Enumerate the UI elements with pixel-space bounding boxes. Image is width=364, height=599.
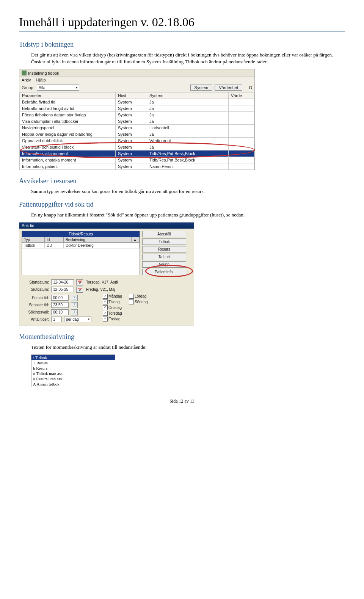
list-item[interactable]: o Tidbok utan ass. [31,371,115,376]
day-checkbox-lördag[interactable]: Lördag [129,294,147,299]
grupp-dropdown[interactable]: Alla [37,85,79,91]
menu-hjalp[interactable]: Hjälp [36,78,46,82]
cell: System [116,125,147,131]
day-checkbox-onsdag[interactable]: ✓Onsdag [103,305,122,310]
cell: Första tidbokens datum styr övriga [20,112,116,118]
side-button-tidbok[interactable]: Tidbok [142,238,186,245]
startdatum-day: Torsdag, V17, April [85,280,119,284]
cell [228,151,254,157]
list-item[interactable]: o Resurs utan ass. [31,376,115,381]
cell [228,131,254,138]
clock-icon[interactable]: 🕐 [71,302,78,308]
table-row[interactable]: Information, enstaka momentSystemTidb/Re… [20,157,254,163]
row-typ[interactable]: Tidbok [22,243,45,248]
sokintervall-input[interactable]: 00:10 [51,309,69,315]
menu-arkiv[interactable]: Arkiv [22,78,31,82]
side-button-terstll[interactable]: Återställ [142,231,186,237]
cell: Vårdjournal [147,138,229,144]
cell: Hoppa över lediga dagar vid bläddring [20,131,116,138]
forsta-tid-input[interactable]: 00:00 [51,295,69,301]
list-item[interactable]: A Annan tidbok [31,381,115,387]
col-parameter[interactable]: Parameter [20,93,116,99]
col-värde[interactable]: Värde [228,93,254,99]
cell [228,118,254,125]
col-o: O [245,85,252,90]
clock-icon[interactable]: 🕐 [71,309,78,315]
checkbox-icon[interactable] [129,300,134,304]
list-item[interactable]: / Tidbok [31,355,115,360]
cell: Ja [147,144,229,151]
cell: Visa datumpilar i alla tidböcker [20,118,116,125]
table-row[interactable]: NavigeringspanelSystemHorisontell [20,125,254,131]
col-id[interactable]: Id [45,237,64,243]
toolbar: Grupp: Alla System Vårdenhet O [19,83,254,92]
checkbox-icon[interactable]: ✓ [103,294,108,299]
table-row[interactable]: Hoppa över lediga dagar vid bläddringSys… [20,131,254,138]
section-momentbeskrivning-body: Texten för momentbeskrivning är ändrat t… [31,344,345,351]
checkbox-icon[interactable]: ✓ [103,300,108,304]
row-id[interactable]: DD [45,243,64,248]
list-item[interactable]: + Resurs [31,360,115,365]
cell: System [116,151,147,157]
grupp-label: Grupp: [22,85,35,90]
antal-unit-dropdown[interactable]: per dag [64,317,91,322]
calendar-icon[interactable]: 📅 [76,279,83,285]
table-row[interactable]: Visa start- och sluttid i blockSystemJa [20,144,254,151]
clock-icon[interactable]: 🕐 [71,295,78,301]
cell [228,163,254,170]
list-header: Tidbok/Resurs [22,231,140,237]
side-button-resurs[interactable]: Resurs [142,246,186,252]
day-checkbox-fredag[interactable]: ✓Fredag [103,317,122,321]
side-button-grupp[interactable]: Grupp [142,261,186,268]
calendar-icon[interactable]: 📅 [76,287,83,293]
antal-tider-input[interactable]: 1 [51,317,62,322]
table-row[interactable]: Öppna vid dubbelklickSystemVårdjournal [20,138,254,144]
system-button[interactable]: System [190,85,213,91]
table-row[interactable]: Första tidbokens datum styr övrigaSystem… [20,112,254,118]
list-item[interactable]: h Resurs [31,365,115,371]
table-row[interactable]: Bekräfta flyttad tidSystemJa [20,99,254,105]
checkbox-icon[interactable] [129,294,134,299]
startdatum-input[interactable]: 12-04-26 [51,279,74,285]
checkbox-icon[interactable]: ✓ [103,317,108,321]
table-row[interactable]: Information, alla momentSystemTidb/Res,P… [20,151,254,157]
vardenhet-button[interactable]: Vårdenhet [215,85,242,91]
slutdatum-input[interactable]: 12-05-25 [51,287,74,292]
checkbox-icon[interactable]: ✓ [103,311,108,316]
day-checkbox-söndag[interactable]: Söndag [129,300,147,304]
cell [228,125,254,131]
startdatum-label: Startdatum: [22,280,49,284]
col-typ[interactable]: Typ [22,237,45,243]
senaste-tid-input[interactable]: 23:50 [51,302,69,308]
checkbox-icon[interactable]: ✓ [103,305,108,310]
table-row[interactable]: Bekräfta ändrad längd av tidSystemJa [20,105,254,112]
cell: Namn,Persnr [147,163,229,170]
table-row[interactable]: Information, patientSystemNamn,Persnr [20,163,254,170]
side-button-tabort[interactable]: Ta bort [142,254,186,260]
day-checkbox-måndag[interactable]: ✓Måndag [103,294,122,299]
window-title-text: Inställning tidbok [28,71,59,75]
app-icon [22,71,27,75]
row-besk[interactable]: Doktor Deerberg [64,243,140,248]
cell: Horisontell [147,125,229,131]
cell: Ja [147,112,229,118]
cell: System [116,105,147,112]
slutdatum-label: Slutdatum: [22,287,49,292]
col-nivå[interactable]: Nivå [116,93,147,99]
forsta-tid-label: Första tid: [22,296,49,300]
page-number: Sida 12 av 13 [169,398,195,404]
day-checkbox-tisdag[interactable]: ✓Tisdag [103,300,122,304]
col-system[interactable]: System [147,93,229,99]
table-row[interactable]: Visa datumpilar i alla tidböckerSystemJa [20,118,254,125]
day-checkbox-torsdag[interactable]: ✓Torsdag [103,311,122,316]
cell [228,112,254,118]
side-button-patientinfo[interactable]: Patientinfo. [142,269,186,275]
day-label: Tisdag [108,300,120,304]
cell: Information, enstaka moment [20,157,116,163]
col-scroll-up[interactable]: ▲ [131,237,140,243]
cell [228,144,254,151]
cell: Information, patient [20,163,116,170]
col-beskrivning[interactable]: Beskrivning [64,237,131,243]
day-label: Torsdag [108,311,122,315]
day-label: Lördag [135,294,146,298]
